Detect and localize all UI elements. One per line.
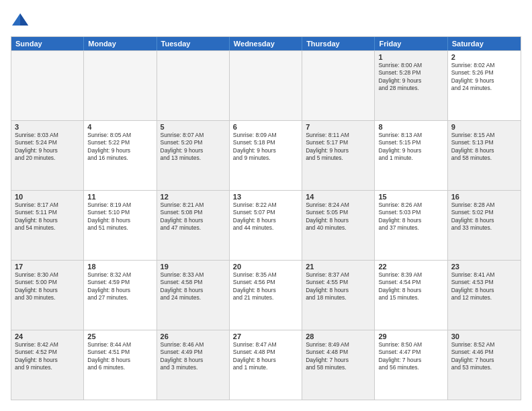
day-info: Sunrise: 8:21 AM Sunset: 5:08 PM Dayligh…: [161, 201, 226, 232]
cal-cell-day-8: 8Sunrise: 8:13 AM Sunset: 5:15 PM Daylig…: [375, 121, 447, 190]
cal-cell-day-9: 9Sunrise: 8:15 AM Sunset: 5:13 PM Daylig…: [448, 121, 521, 190]
cal-cell-day-14: 14Sunrise: 8:24 AM Sunset: 5:05 PM Dayli…: [302, 191, 375, 260]
day-number: 28: [306, 332, 371, 340]
day-info: Sunrise: 8:49 AM Sunset: 4:48 PM Dayligh…: [306, 341, 371, 372]
day-info: Sunrise: 8:26 AM Sunset: 5:03 PM Dayligh…: [378, 201, 443, 232]
day-number: 18: [87, 263, 152, 271]
cal-cell-day-6: 6Sunrise: 8:09 AM Sunset: 5:18 PM Daylig…: [230, 121, 302, 190]
day-number: 17: [15, 263, 80, 271]
day-number: 7: [306, 123, 371, 131]
cal-cell-day-4: 4Sunrise: 8:05 AM Sunset: 5:22 PM Daylig…: [84, 121, 157, 190]
day-info: Sunrise: 8:52 AM Sunset: 4:46 PM Dayligh…: [451, 341, 517, 372]
day-info: Sunrise: 8:39 AM Sunset: 4:54 PM Dayligh…: [378, 271, 443, 302]
cal-cell-empty: [230, 51, 302, 120]
day-info: Sunrise: 8:46 AM Sunset: 4:49 PM Dayligh…: [161, 341, 226, 372]
day-number: 13: [233, 193, 298, 201]
cal-cell-day-19: 19Sunrise: 8:33 AM Sunset: 4:58 PM Dayli…: [157, 261, 230, 330]
day-number: 4: [87, 123, 152, 131]
cal-cell-day-18: 18Sunrise: 8:32 AM Sunset: 4:59 PM Dayli…: [84, 261, 157, 330]
cal-cell-empty: [84, 51, 157, 120]
calendar: SundayMondayTuesdayWednesdayThursdayFrid…: [11, 36, 521, 400]
cal-cell-empty: [157, 51, 230, 120]
cal-cell-day-28: 28Sunrise: 8:49 AM Sunset: 4:48 PM Dayli…: [302, 330, 375, 400]
header-day-sunday: Sunday: [11, 37, 84, 50]
cal-cell-day-12: 12Sunrise: 8:21 AM Sunset: 5:08 PM Dayli…: [157, 191, 230, 260]
header-day-friday: Friday: [375, 37, 447, 50]
cal-cell-day-7: 7Sunrise: 8:11 AM Sunset: 5:17 PM Daylig…: [302, 121, 375, 190]
header-day-tuesday: Tuesday: [157, 37, 230, 50]
day-number: 27: [233, 332, 298, 340]
cal-cell-day-20: 20Sunrise: 8:35 AM Sunset: 4:56 PM Dayli…: [230, 261, 302, 330]
day-info: Sunrise: 8:28 AM Sunset: 5:02 PM Dayligh…: [451, 201, 517, 232]
logo-icon: [11, 11, 30, 30]
header-day-thursday: Thursday: [302, 37, 375, 50]
day-info: Sunrise: 8:47 AM Sunset: 4:48 PM Dayligh…: [233, 341, 298, 372]
cal-cell-day-5: 5Sunrise: 8:07 AM Sunset: 5:20 PM Daylig…: [157, 121, 230, 190]
day-info: Sunrise: 8:17 AM Sunset: 5:11 PM Dayligh…: [15, 201, 80, 232]
calendar-row-1: 3Sunrise: 8:03 AM Sunset: 5:24 PM Daylig…: [11, 120, 521, 190]
cal-cell-empty: [302, 51, 375, 120]
day-info: Sunrise: 8:42 AM Sunset: 4:52 PM Dayligh…: [15, 341, 80, 372]
page: SundayMondayTuesdayWednesdayThursdayFrid…: [0, 0, 532, 411]
day-number: 6: [233, 123, 298, 131]
day-number: 15: [378, 193, 443, 201]
day-info: Sunrise: 8:11 AM Sunset: 5:17 PM Dayligh…: [306, 132, 371, 163]
day-info: Sunrise: 8:00 AM Sunset: 5:28 PM Dayligh…: [378, 62, 443, 93]
day-info: Sunrise: 8:09 AM Sunset: 5:18 PM Dayligh…: [233, 132, 298, 163]
cal-cell-day-2: 2Sunrise: 8:02 AM Sunset: 5:26 PM Daylig…: [448, 51, 521, 120]
day-info: Sunrise: 8:50 AM Sunset: 4:47 PM Dayligh…: [378, 341, 443, 372]
day-number: 12: [161, 193, 226, 201]
svg-marker-1: [20, 13, 28, 26]
day-number: 19: [161, 263, 226, 271]
cal-cell-day-11: 11Sunrise: 8:19 AM Sunset: 5:10 PM Dayli…: [84, 191, 157, 260]
day-info: Sunrise: 8:03 AM Sunset: 5:24 PM Dayligh…: [15, 132, 80, 163]
day-info: Sunrise: 8:37 AM Sunset: 4:55 PM Dayligh…: [306, 271, 371, 302]
day-number: 10: [15, 193, 80, 201]
cal-cell-day-17: 17Sunrise: 8:30 AM Sunset: 5:00 PM Dayli…: [11, 261, 84, 330]
day-info: Sunrise: 8:13 AM Sunset: 5:15 PM Dayligh…: [378, 132, 443, 163]
day-number: 3: [15, 123, 80, 131]
day-number: 1: [378, 53, 443, 61]
cal-cell-day-21: 21Sunrise: 8:37 AM Sunset: 4:55 PM Dayli…: [302, 261, 375, 330]
day-info: Sunrise: 8:44 AM Sunset: 4:51 PM Dayligh…: [87, 341, 152, 372]
calendar-row-2: 10Sunrise: 8:17 AM Sunset: 5:11 PM Dayli…: [11, 190, 521, 260]
cal-cell-day-29: 29Sunrise: 8:50 AM Sunset: 4:47 PM Dayli…: [375, 330, 447, 400]
calendar-body: 1Sunrise: 8:00 AM Sunset: 5:28 PM Daylig…: [11, 50, 521, 400]
day-number: 22: [378, 263, 443, 271]
cal-cell-empty: [11, 51, 84, 120]
header-day-monday: Monday: [84, 37, 157, 50]
day-number: 11: [87, 193, 152, 201]
calendar-row-3: 17Sunrise: 8:30 AM Sunset: 5:00 PM Dayli…: [11, 260, 521, 330]
day-number: 26: [161, 332, 226, 340]
day-info: Sunrise: 8:19 AM Sunset: 5:10 PM Dayligh…: [87, 201, 152, 232]
header: [11, 11, 521, 30]
logo: [11, 11, 32, 30]
day-info: Sunrise: 8:24 AM Sunset: 5:05 PM Dayligh…: [306, 201, 371, 232]
day-info: Sunrise: 8:05 AM Sunset: 5:22 PM Dayligh…: [87, 132, 152, 163]
day-info: Sunrise: 8:02 AM Sunset: 5:26 PM Dayligh…: [451, 62, 517, 93]
day-number: 29: [378, 332, 443, 340]
cal-cell-day-26: 26Sunrise: 8:46 AM Sunset: 4:49 PM Dayli…: [157, 330, 230, 400]
calendar-header: SundayMondayTuesdayWednesdayThursdayFrid…: [11, 37, 521, 50]
cal-cell-day-25: 25Sunrise: 8:44 AM Sunset: 4:51 PM Dayli…: [84, 330, 157, 400]
day-number: 25: [87, 332, 152, 340]
day-info: Sunrise: 8:41 AM Sunset: 4:53 PM Dayligh…: [451, 271, 517, 302]
cal-cell-day-16: 16Sunrise: 8:28 AM Sunset: 5:02 PM Dayli…: [448, 191, 521, 260]
cal-cell-day-30: 30Sunrise: 8:52 AM Sunset: 4:46 PM Dayli…: [448, 330, 521, 400]
day-number: 9: [451, 123, 517, 131]
day-number: 8: [378, 123, 443, 131]
day-number: 5: [161, 123, 226, 131]
day-number: 24: [15, 332, 80, 340]
calendar-row-0: 1Sunrise: 8:00 AM Sunset: 5:28 PM Daylig…: [11, 50, 521, 120]
day-number: 14: [306, 193, 371, 201]
header-day-wednesday: Wednesday: [230, 37, 302, 50]
cal-cell-day-27: 27Sunrise: 8:47 AM Sunset: 4:48 PM Dayli…: [230, 330, 302, 400]
cal-cell-day-22: 22Sunrise: 8:39 AM Sunset: 4:54 PM Dayli…: [375, 261, 447, 330]
day-info: Sunrise: 8:22 AM Sunset: 5:07 PM Dayligh…: [233, 201, 298, 232]
day-number: 20: [233, 263, 298, 271]
cal-cell-day-3: 3Sunrise: 8:03 AM Sunset: 5:24 PM Daylig…: [11, 121, 84, 190]
calendar-row-4: 24Sunrise: 8:42 AM Sunset: 4:52 PM Dayli…: [11, 330, 521, 400]
cal-cell-day-10: 10Sunrise: 8:17 AM Sunset: 5:11 PM Dayli…: [11, 191, 84, 260]
day-number: 2: [451, 53, 517, 61]
day-number: 30: [451, 332, 517, 340]
